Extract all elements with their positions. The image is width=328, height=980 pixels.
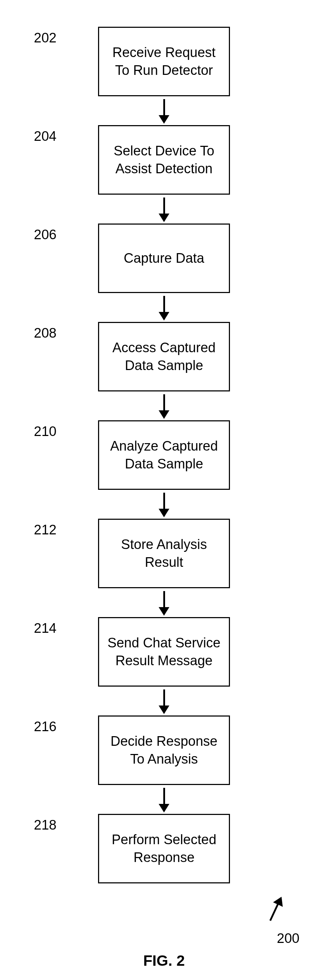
- step-row: 212 Store Analysis Result: [98, 519, 230, 588]
- step-box: Perform Selected Response: [98, 814, 230, 883]
- step-box: Send Chat Service Result Message: [98, 617, 230, 687]
- step-row: 206 Capture Data: [98, 224, 230, 293]
- arrow-icon: [163, 788, 165, 811]
- step-row: 216 Decide Response To Analysis: [98, 716, 230, 785]
- arrow-icon: [163, 493, 165, 516]
- arrow-icon: [163, 394, 165, 417]
- step-number: 206: [34, 227, 56, 242]
- arrow-icon: [163, 689, 165, 713]
- step-row: 214 Send Chat Service Result Message: [98, 617, 230, 687]
- diagram-number: 200: [277, 931, 299, 946]
- step-number: 216: [34, 719, 56, 734]
- step-number: 204: [34, 129, 56, 144]
- step-number: 202: [34, 30, 56, 46]
- arrow-icon: [163, 99, 165, 122]
- step-box: Decide Response To Analysis: [98, 716, 230, 785]
- step-box: Store Analysis Result: [98, 519, 230, 588]
- arrow-icon: [163, 296, 165, 319]
- arrow-icon: [163, 591, 165, 614]
- step-row: 208 Access Captured Data Sample: [98, 322, 230, 391]
- step-box: Select Device To Assist Detection: [98, 125, 230, 195]
- footer-pointer-icon: [280, 898, 282, 923]
- step-box: Receive Request To Run Detector: [98, 27, 230, 96]
- step-number: 218: [34, 818, 56, 833]
- step-number: 214: [34, 620, 56, 636]
- flowchart-container: 202 Receive Request To Run Detector 204 …: [98, 27, 230, 883]
- step-number: 212: [34, 522, 56, 538]
- figure-label: FIG. 2: [143, 952, 185, 969]
- step-row: 210 Analyze Captured Data Sample: [98, 420, 230, 490]
- step-row: 218 Perform Selected Response: [98, 814, 230, 883]
- step-box: Capture Data: [98, 224, 230, 293]
- arrow-icon: [163, 197, 165, 221]
- step-box: Analyze Captured Data Sample: [98, 420, 230, 490]
- step-box: Access Captured Data Sample: [98, 322, 230, 391]
- step-number: 210: [34, 424, 56, 439]
- step-number: 208: [34, 326, 56, 341]
- step-row: 204 Select Device To Assist Detection: [98, 125, 230, 195]
- step-row: 202 Receive Request To Run Detector: [98, 27, 230, 96]
